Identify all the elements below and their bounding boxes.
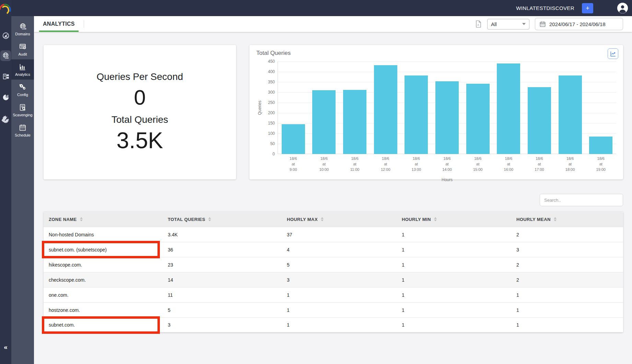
chart-bar[interactable] [466,84,490,154]
tab-bar: ANALYTICS A All 2024/06/17 - 2024/06/18 [34,16,632,32]
cell-mean: 2 [511,262,623,268]
x-tick-label: 18/6at17:00 [524,154,555,173]
column-header-total-queries[interactable]: TOTAL QUERIES [163,217,282,222]
x-tick-label: 18/6at14:00 [432,154,463,173]
y-axis-ticks: 450400350300250200150100500 [263,61,278,154]
cell-min: 1 [397,292,511,298]
audit-icon [19,43,27,51]
cell-total: 36 [163,247,282,253]
table-row: checkscope.com.14312 [44,272,623,287]
sidebar-item-label: Audit [18,52,27,56]
sidebar-item-schedule[interactable]: Schedule [11,120,34,140]
organization-name: WINLATESTDISCOVER [516,5,574,11]
chart-bar[interactable] [528,87,551,154]
total-queries-chart-card: Total Queries Queries 450400350300250200… [249,45,623,179]
chevron-down-icon [522,23,526,25]
tab-label: ANALYTICS [43,21,75,27]
x-tick-label: 18/6at15:00 [463,154,493,173]
filter-selected-value: All [491,21,497,27]
user-avatar[interactable] [617,3,628,13]
chart-bar[interactable] [374,65,397,154]
cell-zone: hostzone.com. [44,307,163,313]
sidebar-item-config[interactable]: Config [11,80,34,100]
cell-mean: 2 [511,232,623,237]
column-header-zone-name[interactable]: ZONE NAME [44,217,163,222]
chart-bar[interactable] [282,124,305,154]
qps-label: Queries Per Second [96,71,183,82]
calendar-icon [539,21,546,27]
chart-bar[interactable] [589,137,612,154]
collapse-sidebar-chevrons[interactable]: « [0,343,11,351]
sidebar-item-label: Analytics [15,72,30,77]
y-tick-label: 450 [268,59,275,64]
chart-bar[interactable] [405,75,428,154]
cell-total: 23 [163,262,282,268]
chart-bar[interactable] [435,81,459,154]
reports-piechart-icon[interactable] [0,92,11,103]
cell-total: 3.4K [163,232,282,237]
cell-total: 14 [163,277,282,283]
cell-mean: 3 [511,247,623,253]
total-queries-value: 3.5K [117,127,163,153]
column-header-label: HOURLY MIN [402,217,431,222]
sidebar-item-label: Schedule [15,133,31,137]
chart-bar[interactable] [559,75,582,154]
cell-min: 1 [397,262,511,268]
tab-separator [84,20,84,28]
scavenging-icon [19,103,27,111]
x-tick-label: 18/6at13:00 [401,154,432,173]
cell-min: 1 [397,232,511,237]
settings-wrench-icon[interactable] [0,114,11,125]
y-tick-label: 50 [270,141,275,146]
cell-zone: subnet.com. (subnetscope) [44,247,163,253]
analytics-icon [19,63,26,71]
column-header-hourly-mean[interactable]: HOURLY MEAN [511,217,623,222]
sidebar-item-domains[interactable]: .COMDomains [11,19,34,39]
x-tick-label: 18/6at19:00 [585,154,616,173]
sidebar-item-analytics[interactable]: Analytics [11,59,34,80]
chart-bar[interactable] [312,90,336,154]
cell-min: 1 [397,247,511,253]
sidebar-item-label: Scavenging [13,113,33,117]
svg-text:DNS: DNS [5,57,9,59]
summary-card: Queries Per Second 0 Total Queries 3.5K [44,45,236,179]
domains-globe-icon: .COM [19,22,27,31]
y-tick-label: 150 [268,121,275,126]
cell-mean: 1 [511,322,623,328]
y-tick-label: 0 [272,152,275,156]
sidebar-item-audit[interactable]: Audit [11,39,34,59]
table-row: subnet.com.3111 [44,317,623,332]
cell-min: 1 [397,277,511,283]
x-tick-label: 18/6at18:00 [555,154,586,173]
x-tick-label: 18/6at12:00 [370,154,401,173]
table-row: hostzone.com.5111 [44,302,623,317]
cell-total: 5 [163,307,282,313]
x-axis-title: Hours [278,177,616,182]
chart-bar[interactable] [497,63,520,154]
svg-text:.COM: .COM [22,27,26,30]
date-range-picker[interactable]: 2024/06/17 - 2024/06/18 [535,18,623,30]
tab-analytics[interactable]: ANALYTICS [34,16,84,32]
top-bar: WINLATESTDISCOVER + [0,0,632,16]
infrastructure-icon[interactable] [0,71,11,82]
column-header-hourly-max[interactable]: HOURLY MAX [282,217,397,222]
table-search-input[interactable] [540,194,623,206]
dashboard-speedometer-icon[interactable] [0,30,11,41]
cell-max: 1 [282,292,397,298]
scope-filter-select[interactable]: All [487,19,529,30]
icon-rail: DNS « [0,0,11,364]
total-queries-label: Total Queries [112,114,168,125]
cell-total: 11 [163,292,282,298]
sidebar-item-label: Config [17,93,28,97]
cell-max: 37 [282,232,397,237]
dns-globe-icon[interactable]: DNS [0,50,11,61]
chart-type-toggle-button[interactable] [608,48,618,59]
export-pdf-icon[interactable]: A [475,20,482,28]
column-header-hourly-min[interactable]: HOURLY MIN [397,217,511,222]
add-button[interactable]: + [582,3,593,13]
chart-bar[interactable] [343,90,366,154]
cell-max: 3 [282,277,397,283]
y-tick-label: 250 [268,100,275,105]
sidebar-item-scavenging[interactable]: Scavenging [11,100,34,120]
table-row: hikescope.com.23512 [44,257,623,272]
